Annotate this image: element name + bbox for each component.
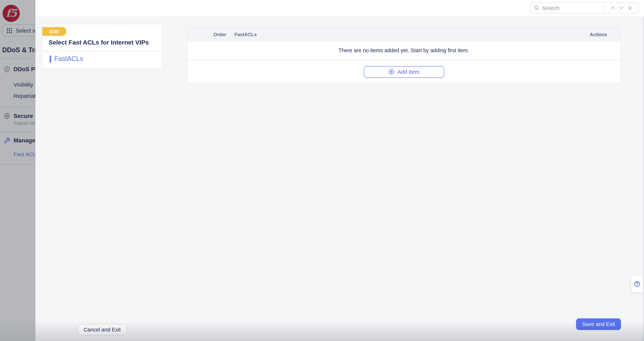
wizard-nav-card: Edit Select Fast ACLs for Internet VIPs … xyxy=(42,24,162,68)
column-header-fastacls: FastACLs xyxy=(234,32,256,37)
fastacls-table: Order FastACLs Actions There are no item… xyxy=(187,27,620,83)
save-and-exit-button[interactable]: Save and Exit xyxy=(576,318,621,330)
add-item-button-label: Add Item xyxy=(398,69,419,75)
table-footer-row: Add Item xyxy=(188,60,620,83)
save-and-exit-label: Save and Exit xyxy=(582,321,615,327)
search-icon xyxy=(534,5,539,10)
table-empty-row: There are no items added yet. Start by a… xyxy=(188,41,620,60)
cancel-and-exit-button[interactable]: Cancel and Exit xyxy=(78,324,127,335)
find-next-button[interactable] xyxy=(617,3,626,12)
close-icon xyxy=(628,6,632,10)
wizard-nav-item-label: FastACLs xyxy=(54,55,83,63)
modal-header xyxy=(36,0,644,16)
plus-circle-icon xyxy=(388,69,394,75)
modal-backdrop[interactable] xyxy=(0,0,36,341)
scrollbar-gutter[interactable] xyxy=(643,16,644,341)
edit-modal: Edit Select Fast ACLs for Internet VIPs … xyxy=(36,0,644,341)
notch-pointer xyxy=(47,49,51,53)
sidebar: f5 Select se DDoS & Tra DDoS Pr Visibili… xyxy=(0,0,36,341)
empty-state-message: There are no items added yet. Start by a… xyxy=(338,48,469,53)
column-header-actions: Actions xyxy=(590,32,607,37)
page-title: Select Fast ACLs for Internet VIPs xyxy=(48,39,149,46)
add-item-button[interactable]: Add Item xyxy=(364,66,444,78)
table-header-row: Order FastACLs Actions xyxy=(188,27,620,41)
cancel-and-exit-label: Cancel and Exit xyxy=(84,327,120,333)
help-button[interactable] xyxy=(631,276,643,293)
search-input[interactable] xyxy=(542,5,602,11)
screen: f5 Select se DDoS & Tra DDoS Pr Visibili… xyxy=(0,0,644,341)
edit-mode-badge-label: Edit xyxy=(50,29,59,34)
help-circle-icon xyxy=(634,281,640,287)
search-close-button[interactable] xyxy=(626,3,634,12)
wizard-nav-item-fastacls[interactable]: FastACLs xyxy=(50,55,83,63)
edit-mode-badge: Edit xyxy=(42,27,66,36)
search-divider xyxy=(604,4,605,11)
find-previous-button[interactable] xyxy=(608,3,617,12)
search-bar xyxy=(530,2,638,13)
chevron-up-icon xyxy=(610,5,615,10)
chevron-down-icon xyxy=(619,5,624,10)
divider xyxy=(42,51,162,51)
column-header-order: Order xyxy=(213,32,226,37)
active-indicator-bar xyxy=(50,55,51,63)
